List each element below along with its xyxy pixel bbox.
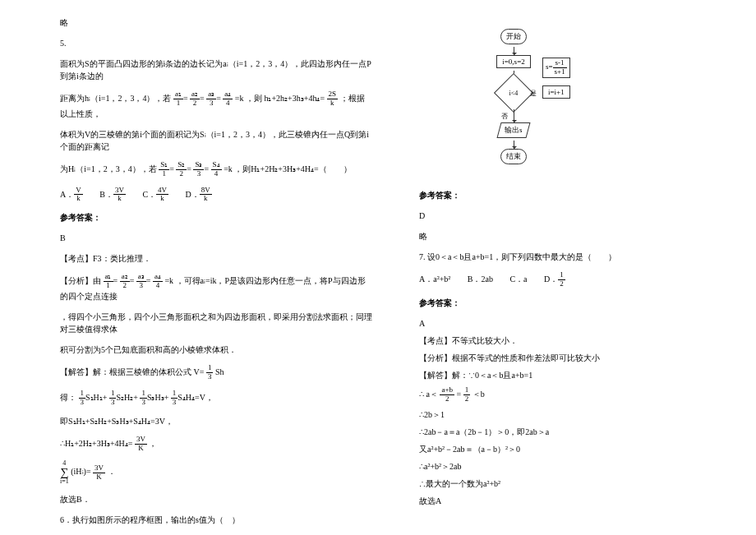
fraction: a+b2 xyxy=(440,386,454,404)
text: (iHᵢ)= xyxy=(71,468,90,477)
question-text: 为Hᵢ（i=1，2，3，4），若 S₁1= S₂2= S₃3= S₄4 =k ，… xyxy=(60,161,372,178)
fraction: a₄4 xyxy=(153,273,163,290)
sigma-icon: ∑ xyxy=(60,467,68,478)
analysis: ，得四个小三角形，四个小三角形面积之和为四边形面积，即采用分割法求面积；同理对三… xyxy=(60,311,372,335)
question-text: 体积为V的三棱锥的第i个面的面积记为Sᵢ（i=1，2，3，4），此三棱锥内任一点… xyxy=(60,128,372,153)
text: ． xyxy=(108,468,116,477)
keypoint: 【考点】F3：类比推理． xyxy=(60,252,372,265)
answer-label: 参考答案： xyxy=(419,297,731,309)
solution: 得： 13S₁H₁+ 13S₂H₂+ 13S₃H₃+ 13S₄H₄=V， xyxy=(60,390,372,407)
text: 为Hᵢ（i=1，2，3，4），若 xyxy=(60,164,157,173)
text: ，则 xyxy=(246,94,262,103)
text: ，则H₁+2H₂+3H₃+4H₄=（ ） xyxy=(234,164,351,173)
question-text: 7. 设0＜a＜b且a+b=1，则下列四数中最大的是（ ） xyxy=(419,251,731,263)
question-text: 面积为S的平面凸四边形的第i条边的边长记为aᵢ（i=1，2，3，4），此四边形内… xyxy=(60,58,372,82)
fraction: 3VK xyxy=(93,464,105,482)
solution: ∴H₁+2H₂+3H₃+4H₄= 3VK ， xyxy=(60,436,372,453)
analysis: 【分析】由 a₁1= a₂2= a₃3= a₄4 =k ，可得aᵢ=ik，P是该… xyxy=(60,273,372,302)
fraction: 4Vk xyxy=(156,187,168,204)
solution: 【解答】解：根据三棱锥的体积公式 V= 13 Sh xyxy=(60,364,372,381)
option-a: A．Vk xyxy=(60,187,83,204)
solution: 4 ∑ i=1 (iHᵢ)= 3VK ． xyxy=(60,460,372,485)
keypoint: 【考点】不等式比较大小． xyxy=(419,334,731,347)
right-column: 参考答案： D 略 7. 设0＜a＜b且a+b=1，则下列四数中最大的是（ ） … xyxy=(419,189,731,512)
option-a: A．a²+b² xyxy=(419,273,450,285)
fraction: a₂2 xyxy=(120,273,130,290)
solution: 又a²+b²－2ab＝（a－b）²＞0 xyxy=(419,443,731,455)
fraction: 2Sk xyxy=(327,90,339,108)
flow-yes-label: 是 xyxy=(530,89,537,98)
flow-no-label: 否 xyxy=(501,112,508,121)
option-c: C．4Vk xyxy=(142,187,168,204)
fraction: 13 xyxy=(79,390,86,407)
option-d: D．12 xyxy=(544,271,565,288)
option-d: D．8Vk xyxy=(186,187,212,204)
answer-value: D xyxy=(419,210,731,222)
solution: ∴2b＞1 xyxy=(419,408,731,421)
fraction: a₄4 xyxy=(223,90,233,108)
solution: 即S₁H₁+S₂H₂+S₃H₃+S₄H₄=3V， xyxy=(60,415,372,427)
analysis: 【分析】根据不等式的性质和作差法即可比较大小 xyxy=(419,352,731,364)
text: Sh xyxy=(215,367,224,376)
flow-end: 结束 xyxy=(500,149,527,164)
question-text: 6．执行如图所示的程序框图，输出的s值为（ ） xyxy=(60,514,372,526)
fraction: 3VK xyxy=(135,436,147,453)
answer-label: 参考答案： xyxy=(419,189,731,201)
text: 得： xyxy=(60,393,76,402)
solution-end: 故选B． xyxy=(60,493,372,505)
text: = xyxy=(457,389,462,398)
fraction: s-1s+1 xyxy=(553,59,567,76)
fraction: a₃3 xyxy=(206,90,216,108)
flow-start: 开始 xyxy=(500,29,527,44)
fraction: 13 xyxy=(206,364,214,381)
arrow-down-icon xyxy=(514,109,514,122)
fraction: 12 xyxy=(558,271,565,288)
option-b: B．2ab xyxy=(468,273,493,285)
fraction: a₃3 xyxy=(136,273,146,290)
solution: ∴a²+b²＞2ab xyxy=(419,460,731,473)
options-row: A．a²+b² B．2ab C．a D．12 xyxy=(419,271,731,288)
arrow-down-icon xyxy=(514,47,514,55)
solution: ∴最大的一个数为a²+b² xyxy=(419,477,731,490)
text: ∴H₁+2H₂+3H₃+4H₄= xyxy=(60,438,132,447)
text: ＜b xyxy=(472,389,485,398)
option-b: B．3Vk xyxy=(99,187,126,204)
flow-increment: i=i+1 xyxy=(542,85,570,99)
flowchart: 开始 i=0,s=2 i<4 是 否 s=s-1s+1 i=i+1 输出s 结束 xyxy=(456,29,571,167)
question-number: 5. xyxy=(60,37,372,49)
fraction: S₃3 xyxy=(193,161,204,178)
text: 【分析】由 xyxy=(60,276,101,285)
fraction: a₂2 xyxy=(190,90,200,108)
text: =k xyxy=(235,94,244,103)
fraction: 12 xyxy=(463,386,471,404)
question-text: 距离为hᵢ（i=1，2，3，4），若 a₁1= a₂2= a₃3= a₄4 =k… xyxy=(60,90,372,120)
text: =k xyxy=(164,276,173,285)
fraction: 3Vk xyxy=(113,187,126,204)
flow-output: 输出s xyxy=(497,122,531,138)
option-c: C．a xyxy=(509,273,527,285)
text: 略 xyxy=(60,16,372,29)
answer-label: 参考答案： xyxy=(60,211,372,224)
options-row: A．Vk B．3Vk C．4Vk D．8Vk xyxy=(60,187,372,204)
text: =k xyxy=(224,164,233,173)
text: 距离为hᵢ（i=1，2，3，4），若 xyxy=(60,94,171,103)
solution: 【解答】解：∵0＜a＜b且a+b=1 xyxy=(419,369,731,381)
fraction: 8Vk xyxy=(200,187,212,204)
solution-end: 故选A xyxy=(419,495,731,507)
flow-init: i=0,s=2 xyxy=(496,55,530,68)
text: 【解答】解：根据三棱锥的体积公式 xyxy=(60,367,191,376)
answer-value: B xyxy=(60,232,372,244)
fraction: S₂2 xyxy=(176,161,187,178)
solution: ∴ a＜ a+b2 = 12 ＜b xyxy=(419,386,731,404)
analysis: 积可分割为5个已知底面积和高的小棱锥求体积． xyxy=(60,344,372,356)
text: V= xyxy=(194,367,205,376)
text: ， xyxy=(149,438,157,447)
fraction: S₄4 xyxy=(211,161,222,178)
text: a＜ xyxy=(426,389,438,398)
left-column: 略 5. 面积为S的平面凸四边形的第i条边的边长记为aᵢ（i=1，2，3，4），… xyxy=(60,16,372,535)
fraction: Vk xyxy=(74,187,83,204)
fraction: S₁1 xyxy=(159,161,169,178)
flow-condition: i<4 xyxy=(494,73,533,113)
text: h₁+2h₂+3h₃+4h₄= xyxy=(264,94,325,103)
fraction: a₁1 xyxy=(173,90,183,108)
